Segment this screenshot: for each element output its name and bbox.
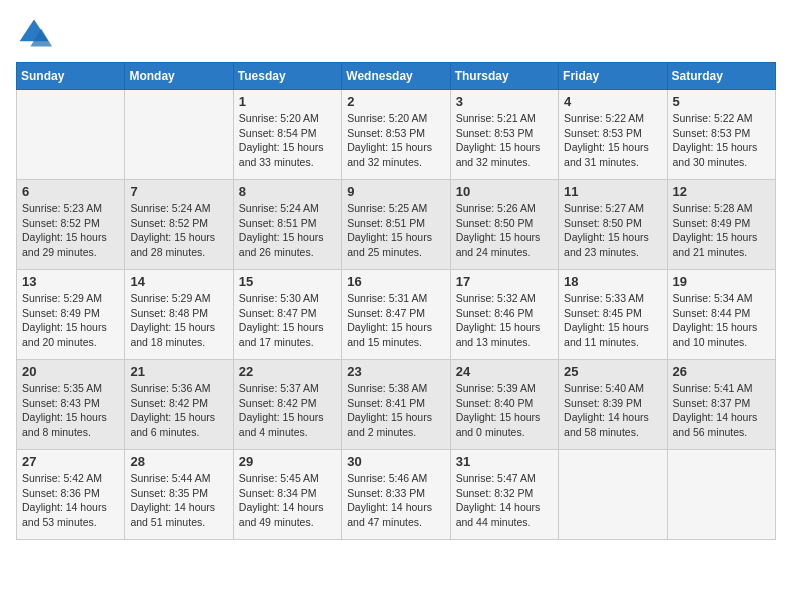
day-number: 27 [22, 454, 119, 469]
dow-header-wednesday: Wednesday [342, 63, 450, 90]
calendar-week-5: 27Sunrise: 5:42 AM Sunset: 8:36 PM Dayli… [17, 450, 776, 540]
calendar-week-1: 1Sunrise: 5:20 AM Sunset: 8:54 PM Daylig… [17, 90, 776, 180]
calendar-table: SundayMondayTuesdayWednesdayThursdayFrid… [16, 62, 776, 540]
day-info: Sunrise: 5:35 AM Sunset: 8:43 PM Dayligh… [22, 381, 119, 440]
calendar-cell: 29Sunrise: 5:45 AM Sunset: 8:34 PM Dayli… [233, 450, 341, 540]
calendar-week-3: 13Sunrise: 5:29 AM Sunset: 8:49 PM Dayli… [17, 270, 776, 360]
calendar-cell: 21Sunrise: 5:36 AM Sunset: 8:42 PM Dayli… [125, 360, 233, 450]
day-info: Sunrise: 5:25 AM Sunset: 8:51 PM Dayligh… [347, 201, 444, 260]
day-info: Sunrise: 5:36 AM Sunset: 8:42 PM Dayligh… [130, 381, 227, 440]
calendar-cell: 15Sunrise: 5:30 AM Sunset: 8:47 PM Dayli… [233, 270, 341, 360]
day-info: Sunrise: 5:24 AM Sunset: 8:51 PM Dayligh… [239, 201, 336, 260]
day-info: Sunrise: 5:40 AM Sunset: 8:39 PM Dayligh… [564, 381, 661, 440]
day-number: 31 [456, 454, 553, 469]
calendar-cell: 31Sunrise: 5:47 AM Sunset: 8:32 PM Dayli… [450, 450, 558, 540]
calendar-cell: 30Sunrise: 5:46 AM Sunset: 8:33 PM Dayli… [342, 450, 450, 540]
day-number: 23 [347, 364, 444, 379]
day-number: 18 [564, 274, 661, 289]
dow-header-tuesday: Tuesday [233, 63, 341, 90]
day-number: 21 [130, 364, 227, 379]
day-number: 1 [239, 94, 336, 109]
calendar-cell [125, 90, 233, 180]
day-number: 17 [456, 274, 553, 289]
day-number: 30 [347, 454, 444, 469]
day-info: Sunrise: 5:28 AM Sunset: 8:49 PM Dayligh… [673, 201, 770, 260]
dow-header-thursday: Thursday [450, 63, 558, 90]
day-number: 2 [347, 94, 444, 109]
calendar-cell [667, 450, 775, 540]
day-number: 28 [130, 454, 227, 469]
day-info: Sunrise: 5:47 AM Sunset: 8:32 PM Dayligh… [456, 471, 553, 530]
calendar-cell: 19Sunrise: 5:34 AM Sunset: 8:44 PM Dayli… [667, 270, 775, 360]
calendar-week-4: 20Sunrise: 5:35 AM Sunset: 8:43 PM Dayli… [17, 360, 776, 450]
day-info: Sunrise: 5:29 AM Sunset: 8:48 PM Dayligh… [130, 291, 227, 350]
day-info: Sunrise: 5:38 AM Sunset: 8:41 PM Dayligh… [347, 381, 444, 440]
day-info: Sunrise: 5:20 AM Sunset: 8:54 PM Dayligh… [239, 111, 336, 170]
day-number: 10 [456, 184, 553, 199]
day-number: 22 [239, 364, 336, 379]
calendar-cell: 13Sunrise: 5:29 AM Sunset: 8:49 PM Dayli… [17, 270, 125, 360]
calendar-cell: 11Sunrise: 5:27 AM Sunset: 8:50 PM Dayli… [559, 180, 667, 270]
day-info: Sunrise: 5:33 AM Sunset: 8:45 PM Dayligh… [564, 291, 661, 350]
calendar-body: 1Sunrise: 5:20 AM Sunset: 8:54 PM Daylig… [17, 90, 776, 540]
calendar-cell: 24Sunrise: 5:39 AM Sunset: 8:40 PM Dayli… [450, 360, 558, 450]
day-number: 5 [673, 94, 770, 109]
day-info: Sunrise: 5:42 AM Sunset: 8:36 PM Dayligh… [22, 471, 119, 530]
page-header [16, 16, 776, 52]
day-info: Sunrise: 5:22 AM Sunset: 8:53 PM Dayligh… [673, 111, 770, 170]
dow-header-sunday: Sunday [17, 63, 125, 90]
logo-icon [16, 16, 52, 52]
day-info: Sunrise: 5:32 AM Sunset: 8:46 PM Dayligh… [456, 291, 553, 350]
calendar-cell: 16Sunrise: 5:31 AM Sunset: 8:47 PM Dayli… [342, 270, 450, 360]
day-info: Sunrise: 5:26 AM Sunset: 8:50 PM Dayligh… [456, 201, 553, 260]
calendar-cell: 2Sunrise: 5:20 AM Sunset: 8:53 PM Daylig… [342, 90, 450, 180]
calendar-cell: 22Sunrise: 5:37 AM Sunset: 8:42 PM Dayli… [233, 360, 341, 450]
day-info: Sunrise: 5:46 AM Sunset: 8:33 PM Dayligh… [347, 471, 444, 530]
day-number: 12 [673, 184, 770, 199]
day-number: 14 [130, 274, 227, 289]
day-info: Sunrise: 5:41 AM Sunset: 8:37 PM Dayligh… [673, 381, 770, 440]
day-number: 15 [239, 274, 336, 289]
calendar-cell: 4Sunrise: 5:22 AM Sunset: 8:53 PM Daylig… [559, 90, 667, 180]
day-number: 29 [239, 454, 336, 469]
calendar-cell: 1Sunrise: 5:20 AM Sunset: 8:54 PM Daylig… [233, 90, 341, 180]
day-number: 20 [22, 364, 119, 379]
calendar-cell [559, 450, 667, 540]
day-info: Sunrise: 5:39 AM Sunset: 8:40 PM Dayligh… [456, 381, 553, 440]
day-info: Sunrise: 5:21 AM Sunset: 8:53 PM Dayligh… [456, 111, 553, 170]
day-info: Sunrise: 5:24 AM Sunset: 8:52 PM Dayligh… [130, 201, 227, 260]
day-number: 3 [456, 94, 553, 109]
day-info: Sunrise: 5:22 AM Sunset: 8:53 PM Dayligh… [564, 111, 661, 170]
calendar-cell: 12Sunrise: 5:28 AM Sunset: 8:49 PM Dayli… [667, 180, 775, 270]
dow-header-monday: Monday [125, 63, 233, 90]
day-number: 4 [564, 94, 661, 109]
day-number: 19 [673, 274, 770, 289]
calendar-cell: 26Sunrise: 5:41 AM Sunset: 8:37 PM Dayli… [667, 360, 775, 450]
calendar-week-2: 6Sunrise: 5:23 AM Sunset: 8:52 PM Daylig… [17, 180, 776, 270]
calendar-cell: 25Sunrise: 5:40 AM Sunset: 8:39 PM Dayli… [559, 360, 667, 450]
calendar-cell: 14Sunrise: 5:29 AM Sunset: 8:48 PM Dayli… [125, 270, 233, 360]
day-number: 24 [456, 364, 553, 379]
calendar-cell: 6Sunrise: 5:23 AM Sunset: 8:52 PM Daylig… [17, 180, 125, 270]
day-info: Sunrise: 5:44 AM Sunset: 8:35 PM Dayligh… [130, 471, 227, 530]
day-number: 26 [673, 364, 770, 379]
day-info: Sunrise: 5:37 AM Sunset: 8:42 PM Dayligh… [239, 381, 336, 440]
dow-header-saturday: Saturday [667, 63, 775, 90]
calendar-cell: 23Sunrise: 5:38 AM Sunset: 8:41 PM Dayli… [342, 360, 450, 450]
calendar-cell: 10Sunrise: 5:26 AM Sunset: 8:50 PM Dayli… [450, 180, 558, 270]
day-number: 11 [564, 184, 661, 199]
day-number: 8 [239, 184, 336, 199]
calendar-cell: 8Sunrise: 5:24 AM Sunset: 8:51 PM Daylig… [233, 180, 341, 270]
calendar-cell: 5Sunrise: 5:22 AM Sunset: 8:53 PM Daylig… [667, 90, 775, 180]
calendar-cell: 7Sunrise: 5:24 AM Sunset: 8:52 PM Daylig… [125, 180, 233, 270]
calendar-cell: 28Sunrise: 5:44 AM Sunset: 8:35 PM Dayli… [125, 450, 233, 540]
day-info: Sunrise: 5:45 AM Sunset: 8:34 PM Dayligh… [239, 471, 336, 530]
day-info: Sunrise: 5:34 AM Sunset: 8:44 PM Dayligh… [673, 291, 770, 350]
day-info: Sunrise: 5:31 AM Sunset: 8:47 PM Dayligh… [347, 291, 444, 350]
day-info: Sunrise: 5:23 AM Sunset: 8:52 PM Dayligh… [22, 201, 119, 260]
day-number: 9 [347, 184, 444, 199]
calendar-cell: 18Sunrise: 5:33 AM Sunset: 8:45 PM Dayli… [559, 270, 667, 360]
day-number: 13 [22, 274, 119, 289]
logo [16, 16, 56, 52]
day-number: 25 [564, 364, 661, 379]
